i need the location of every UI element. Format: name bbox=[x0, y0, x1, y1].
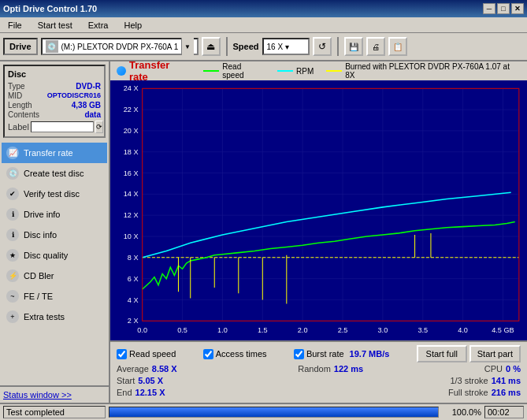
disc-contents-row: Contents data bbox=[8, 110, 101, 119]
menu-help[interactable]: Help bbox=[119, 19, 147, 32]
chart-wrapper: 24 X 22 X 20 X 18 X 16 X 14 X 12 X 10 X … bbox=[110, 80, 527, 340]
close-button[interactable]: ✕ bbox=[511, 3, 524, 14]
start-full-button[interactable]: Start full bbox=[417, 345, 467, 362]
progress-bar-fill bbox=[109, 407, 438, 417]
disc-label-input[interactable] bbox=[31, 121, 94, 132]
toolbar: Drive 💿 (M:) PLEXTOR DVDR PX-760A 1.07 ▼… bbox=[0, 33, 527, 61]
nav-item-create-test-disc[interactable]: 💿 Create test disc bbox=[2, 163, 107, 184]
stat-end-label: End bbox=[117, 388, 132, 397]
cb-burst-rate: Burst rate 19.7 MB/s bbox=[294, 345, 389, 362]
stats-row-3: End 12.15 X Full stroke 216 ms bbox=[117, 388, 521, 397]
nav-item-drive-info[interactable]: ℹ Drive info bbox=[2, 204, 107, 225]
status-bar: Test completed 100.0% 00:02 bbox=[0, 403, 527, 420]
progress-bar-container bbox=[109, 407, 439, 418]
minimize-button[interactable]: ─ bbox=[483, 3, 495, 14]
disc-contents-label: Contents bbox=[8, 110, 39, 119]
stat-full-stroke-label: Full stroke bbox=[448, 388, 488, 397]
stat-random-value: 122 ms bbox=[334, 364, 363, 374]
main-layout: Disc Type DVD-R MID OPTODISCR016 Length … bbox=[0, 61, 527, 403]
menu-start-test[interactable]: Start test bbox=[33, 19, 77, 32]
svg-text:3.0: 3.0 bbox=[378, 326, 388, 334]
svg-text:0.0: 0.0 bbox=[137, 326, 147, 334]
disc-length-row: Length 4,38 GB bbox=[8, 101, 101, 110]
save-btn[interactable]: 💾 bbox=[344, 37, 363, 56]
drive-dropdown[interactable]: 💿 (M:) PLEXTOR DVDR PX-760A 1.07 ▼ bbox=[41, 38, 199, 55]
menu-file[interactable]: File bbox=[3, 19, 27, 32]
svg-text:4 X: 4 X bbox=[128, 295, 139, 303]
nav-item-verify-test-disc[interactable]: ✔ Verify test disc bbox=[2, 184, 107, 204]
cb-burst-rate-input[interactable] bbox=[294, 349, 304, 359]
nav-item-transfer-rate[interactable]: 📈 Transfer rate bbox=[2, 143, 107, 163]
stat-1-3-stroke-label: 1/3 stroke bbox=[450, 376, 488, 385]
disc-mid-row: MID OPTODISCR016 bbox=[8, 91, 101, 100]
content-area: Transfer rate Read speed RPM Burned with… bbox=[110, 61, 527, 403]
disc-quality-icon: ★ bbox=[6, 249, 19, 262]
nav-item-cd-bler-label: CD Bler bbox=[24, 271, 54, 281]
svg-text:16 X: 16 X bbox=[124, 169, 139, 177]
transfer-rate-icon: 📈 bbox=[6, 147, 19, 159]
status-window-btn[interactable]: Status window >> bbox=[0, 385, 109, 403]
disc-type-label: Type bbox=[8, 82, 25, 91]
svg-text:0.5: 0.5 bbox=[177, 326, 187, 334]
stat-average-value: 8.58 X bbox=[152, 364, 177, 374]
drive-label: Drive bbox=[3, 38, 38, 55]
nav-item-disc-quality[interactable]: ★ Disc quality bbox=[2, 245, 107, 266]
chart-header: Transfer rate Read speed RPM Burned with… bbox=[110, 61, 527, 80]
chart-svg: 24 X 22 X 20 X 18 X 16 X 14 X 12 X 10 X … bbox=[110, 80, 527, 340]
nav-item-verify-test-disc-label: Verify test disc bbox=[24, 189, 80, 199]
status-time: 00:02 bbox=[484, 406, 524, 418]
maximize-button[interactable]: □ bbox=[497, 3, 510, 14]
disc-type-value: DVD-R bbox=[76, 82, 101, 91]
legend-burned-color bbox=[326, 70, 342, 72]
stat-random-label: Random bbox=[298, 364, 331, 374]
menu-extra[interactable]: Extra bbox=[84, 19, 113, 32]
nav-item-extra-tests[interactable]: + Extra tests bbox=[2, 307, 107, 327]
nav-item-create-test-disc-label: Create test disc bbox=[24, 169, 84, 178]
drive-eject-btn[interactable]: ⏏ bbox=[202, 37, 221, 56]
stat-cpu-value: 0 % bbox=[506, 364, 521, 374]
svg-text:18 X: 18 X bbox=[124, 148, 139, 156]
svg-rect-0 bbox=[110, 80, 527, 340]
speed-dropdown[interactable]: 16 X ▾ bbox=[262, 38, 310, 55]
disc-label-row: Label ⟳ bbox=[8, 121, 101, 133]
stats-area: Read speed Access times Burst rate 19.7 … bbox=[110, 340, 527, 403]
settings-btn[interactable]: 📋 bbox=[388, 37, 407, 56]
print-btn[interactable]: 🖨 bbox=[366, 37, 385, 56]
stat-start-value: 5.05 X bbox=[138, 376, 163, 385]
nav-item-cd-bler[interactable]: ⚡ CD Bler bbox=[2, 266, 107, 286]
stat-random: Random 122 ms bbox=[298, 364, 363, 374]
disc-mid-value: OPTODISCR016 bbox=[47, 91, 101, 100]
drive-icon: 💿 bbox=[46, 40, 58, 53]
legend-burned-label: Burned with PLEXTOR DVDR PX-760A 1.07 at… bbox=[345, 62, 521, 80]
nav-item-fe-te-label: FE / TE bbox=[24, 292, 53, 301]
refresh-btn[interactable]: ↺ bbox=[313, 37, 332, 56]
disc-label-label: Label bbox=[8, 122, 29, 132]
burst-rate-value: 19.7 MB/s bbox=[350, 349, 390, 359]
stat-start: Start 5.05 X bbox=[117, 376, 163, 385]
nav-item-fe-te[interactable]: ~ FE / TE bbox=[2, 286, 107, 307]
cb-access-times-input[interactable] bbox=[203, 349, 213, 359]
sidebar: Disc Type DVD-R MID OPTODISCR016 Length … bbox=[0, 61, 110, 403]
drive-dropdown-arrow[interactable]: ▼ bbox=[181, 38, 194, 55]
nav-item-disc-info[interactable]: ℹ Disc info bbox=[2, 225, 107, 245]
status-percent: 100.0% bbox=[442, 407, 481, 417]
disc-label-btn[interactable]: ⟳ bbox=[95, 121, 103, 133]
start-part-button[interactable]: Start part bbox=[469, 345, 521, 362]
svg-text:4.5 GB: 4.5 GB bbox=[492, 326, 514, 334]
nav-item-extra-tests-label: Extra tests bbox=[24, 312, 65, 322]
cb-read-speed-input[interactable] bbox=[117, 349, 127, 359]
checkboxes-row: Read speed Access times Burst rate 19.7 … bbox=[117, 345, 521, 362]
svg-text:3.5: 3.5 bbox=[418, 326, 428, 334]
legend-read-speed-color bbox=[203, 70, 219, 72]
fe-te-icon: ~ bbox=[6, 290, 19, 303]
status-window-label[interactable]: Status window >> bbox=[3, 390, 72, 400]
toolbar-separator-1 bbox=[226, 37, 228, 56]
verify-test-disc-icon: ✔ bbox=[6, 188, 19, 200]
nav-item-disc-quality-label: Disc quality bbox=[24, 251, 68, 260]
stat-1-3-stroke-value: 141 ms bbox=[492, 376, 521, 385]
stat-full-stroke-value: 216 ms bbox=[492, 388, 521, 397]
disc-panel-title: Disc bbox=[8, 69, 101, 79]
svg-text:24 X: 24 X bbox=[124, 84, 139, 92]
svg-text:1.5: 1.5 bbox=[258, 326, 268, 334]
svg-text:12 X: 12 X bbox=[124, 211, 139, 219]
